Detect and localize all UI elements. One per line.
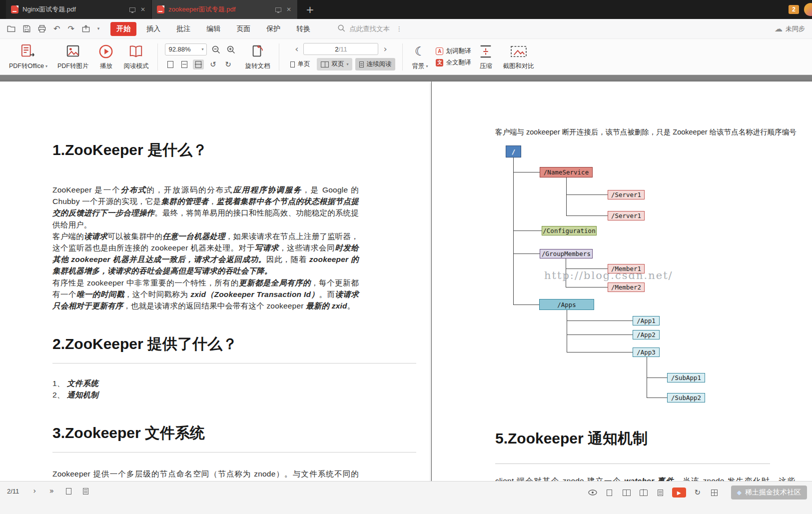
close-tab-icon[interactable]: ✕ xyxy=(285,6,292,13)
search-options-icon[interactable]: ⋮ xyxy=(396,25,402,32)
screenshot-compare-button[interactable]: 截图和对比 xyxy=(498,41,539,73)
tab-zookeeper-pdf[interactable]: zookeeper面试专题.pdf ✕ xyxy=(152,0,298,19)
continuous-read-button[interactable]: 连续阅读 xyxy=(355,58,395,70)
fit-height-button[interactable] xyxy=(165,60,176,70)
rotate-left-button[interactable]: ↺ xyxy=(207,58,219,70)
next-page-icon[interactable]: › xyxy=(29,486,40,496)
pdf-to-image-button[interactable]: PDF转图片 xyxy=(52,41,94,73)
message-badge[interactable]: 2 xyxy=(789,5,799,14)
tree-node: /Member1 xyxy=(608,264,645,274)
double-page-view-icon[interactable] xyxy=(621,487,632,498)
juejin-watermark: ◆ 稀土掘金技术社区 xyxy=(731,486,807,500)
slideshow-play-button[interactable]: ▶ xyxy=(672,488,686,498)
last-page-icon[interactable]: » xyxy=(46,486,57,496)
document-canvas[interactable]: 1.ZooKeeper 是什么？ ZooKeeper 是一个分布式的，开放源码的… xyxy=(0,75,812,481)
redo-button[interactable]: ↷ xyxy=(67,25,74,33)
toolbar-separator xyxy=(157,44,158,70)
rotate-page-icon[interactable]: ↻ xyxy=(692,487,703,498)
continuous-view-icon[interactable] xyxy=(655,487,666,498)
single-page-view-icon[interactable] xyxy=(604,487,615,498)
open-file-button[interactable] xyxy=(7,25,15,32)
two-pages-icon xyxy=(623,490,631,496)
word-translate-button[interactable]: A划词翻译 xyxy=(436,47,471,56)
search-icon xyxy=(337,24,345,34)
ribbon-tab-comment[interactable]: 批注 xyxy=(170,22,196,36)
print-button[interactable] xyxy=(38,25,46,32)
avatar[interactable] xyxy=(804,3,812,16)
eye-icon[interactable] xyxy=(587,487,598,498)
background-button[interactable]: ☾ 背景▾ xyxy=(407,41,433,73)
ribbon-tab-page[interactable]: 页面 xyxy=(230,22,256,36)
next-page-button[interactable]: › xyxy=(381,44,389,54)
juejin-logo-icon: ◆ xyxy=(737,489,742,496)
next-view-icon[interactable] xyxy=(80,486,91,496)
double-page-button[interactable]: 双页▾ xyxy=(317,58,352,70)
pin-icon[interactable] xyxy=(129,8,135,12)
fit-window-button[interactable] xyxy=(179,60,190,70)
zoom-in-button[interactable] xyxy=(225,44,237,56)
tab-nginx-pdf[interactable]: Nginx面试专题.pdf ✕ xyxy=(6,0,152,19)
zoom-out-button[interactable] xyxy=(210,44,222,56)
tree-node: /Server1 xyxy=(608,211,645,220)
full-translate-icon: 文 xyxy=(436,59,443,66)
rotate-document-icon xyxy=(250,44,264,60)
pdf-to-image-icon xyxy=(65,44,80,60)
tree-connector-line xyxy=(513,254,540,254)
ribbon-tab-edit[interactable]: 编辑 xyxy=(200,22,226,36)
thumbnail-panel-icon[interactable] xyxy=(709,487,720,498)
prev-view-icon[interactable] xyxy=(63,486,74,496)
rotate-right-button[interactable]: ↻ xyxy=(222,58,234,70)
read-mode-button[interactable]: 阅读模式 xyxy=(118,41,153,73)
tree-connector-line xyxy=(567,334,633,335)
book-view-icon[interactable] xyxy=(638,487,649,498)
paragraph: ZooKeeper 是一个分布式的，开放源码的分布式应用程序协调服务，是 Goo… xyxy=(52,184,359,230)
search-box[interactable]: 点此查找文本 ⋮ xyxy=(337,24,402,34)
sync-status[interactable]: ☁ 未同步 xyxy=(775,24,805,34)
pdf-to-office-icon xyxy=(20,44,35,60)
moon-icon: ☾ xyxy=(415,44,426,60)
total-pages: /11 xyxy=(339,46,347,53)
compress-button[interactable]: 压缩 xyxy=(474,41,498,73)
ribbon-tab-home[interactable]: 开始 xyxy=(110,22,136,36)
zoom-level-select[interactable]: 92.88% ▾ xyxy=(165,44,207,56)
pin-icon[interactable] xyxy=(275,8,281,12)
page-icon xyxy=(607,490,612,496)
tree-node: /Server1 xyxy=(608,190,645,200)
export-button[interactable] xyxy=(82,25,90,32)
save-button[interactable] xyxy=(23,25,30,32)
fit-height-icon xyxy=(167,61,173,68)
book-icon xyxy=(640,490,648,496)
section-heading-2: 2.ZooKeeper 提供了什么？ xyxy=(52,334,416,364)
tree-node: /Member2 xyxy=(608,282,645,292)
fit-width-button[interactable] xyxy=(193,60,204,70)
tree-node: /GroupMembers xyxy=(540,249,593,258)
play-button[interactable]: 播放 xyxy=(93,41,118,73)
page-indicator[interactable]: 2/11 xyxy=(7,488,19,495)
ribbon-tab-protect[interactable]: 保护 xyxy=(260,22,286,36)
ribbon-tab-convert[interactable]: 转换 xyxy=(290,22,316,36)
tree-node: /Apps xyxy=(539,299,594,310)
button-label: PDF转Office xyxy=(9,62,44,70)
tree-node: /App2 xyxy=(633,330,660,340)
tree-connector-line xyxy=(567,310,567,352)
tree-connector-line xyxy=(647,398,667,398)
page-number-input[interactable]: 2/11 xyxy=(303,43,378,55)
new-tab-button[interactable]: + xyxy=(306,4,314,14)
undo-button[interactable]: ↶ xyxy=(53,25,60,33)
zoom-group: 92.88% ▾ ↺ ↻ xyxy=(162,41,240,73)
button-label: 阅读模式 xyxy=(123,62,148,70)
tree-connector-line xyxy=(566,287,608,288)
rotate-document-button[interactable]: 旋转文档 xyxy=(240,41,275,73)
tree-node: /SubApp1 xyxy=(667,373,705,382)
prev-page-button[interactable]: ‹ xyxy=(293,44,300,54)
pdf-to-office-button[interactable]: PDF转Office▾ xyxy=(4,41,52,73)
close-tab-icon[interactable]: ✕ xyxy=(139,6,146,13)
full-translate-button[interactable]: 文全文翻译 xyxy=(436,58,471,67)
single-page-button[interactable]: 单页 xyxy=(286,58,314,70)
toolbar-separator xyxy=(402,44,403,70)
customize-toolbar-caret-icon[interactable]: ▾ xyxy=(97,26,100,31)
ribbon-tab-insert[interactable]: 插入 xyxy=(140,22,166,36)
paragraph: 客户端的读请求可以被集群中的任意一台机器处理，如果读请求在节点上注册了监听器，这… xyxy=(52,230,359,277)
button-label: 播放 xyxy=(100,62,112,70)
single-page-icon xyxy=(290,62,295,68)
